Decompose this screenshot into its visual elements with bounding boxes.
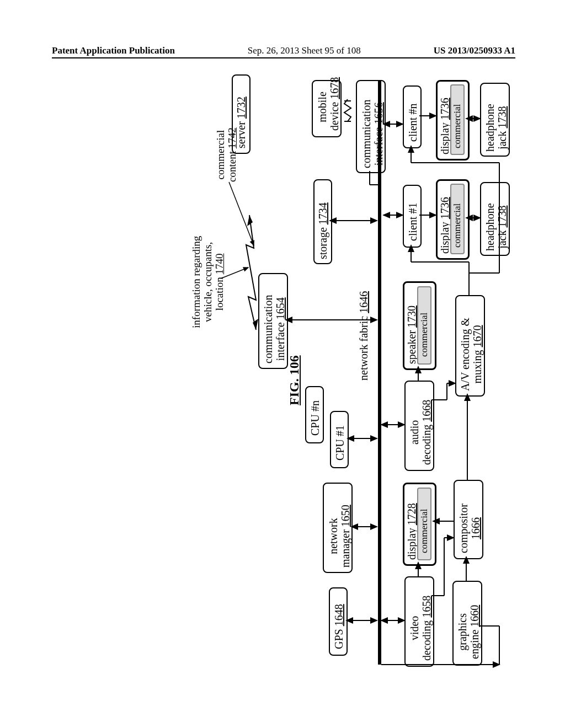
svg-line-14: [229, 182, 254, 245]
headphone-1-label: headphone jack 1738: [484, 203, 508, 251]
svg-marker-11: [253, 319, 258, 330]
display-1-commercial-label: commercial: [452, 204, 463, 248]
page-header: Patent Application Publication Sep. 26, …: [52, 45, 515, 58]
info-label: information regarding vehicle, occupants…: [191, 236, 226, 328]
av-encoding-label: A/V encoding & muxing 1670: [459, 318, 483, 391]
svg-line-8: [286, 221, 313, 320]
comm-interface-1654-label: communication interface 1654: [262, 295, 286, 363]
display-n-commercial-label: commercial: [452, 104, 463, 148]
commercial-content-label: commercial content 1742: [215, 127, 238, 182]
storage-label: storage 1734: [317, 202, 329, 259]
figure-area: server 1732 information regarding vehicl…: [50, 74, 519, 670]
client-n-label: client #n: [407, 104, 419, 142]
cpu-n-label: CPU #n: [309, 400, 321, 436]
graphics-engine-label: graphics engine 1660: [456, 605, 481, 659]
comm-interface-1656-label: communication interface 1656: [360, 100, 385, 168]
speaker-label: speaker 1730: [406, 306, 418, 364]
display-1-label: display 1736: [439, 197, 451, 254]
compositor-label: compositor 1666: [457, 504, 482, 553]
audio-decoding-label: audio decoding 1668: [408, 400, 433, 465]
gps-label: GPS 1648: [333, 604, 345, 649]
cpu-1-label: CPU #1: [334, 425, 346, 461]
network-fabric-label: network fabric 1646: [358, 291, 370, 381]
speaker-commercial-label: commercial: [419, 313, 430, 357]
header-publication: Patent Application Publication: [52, 45, 175, 56]
mobile-device-label: mobile device 1678: [316, 83, 340, 131]
display-n-label: display 1736: [439, 98, 451, 154]
header-sheet: Sep. 26, 2013 Sheet 95 of 108: [248, 45, 361, 56]
display-1728-label: display 1728: [406, 503, 418, 560]
network-manager-label: network manager 1650: [327, 505, 351, 568]
display-1728-commercial-label: commercial: [419, 509, 430, 553]
connectors: [50, 74, 519, 670]
page: Patent Application Publication Sep. 26, …: [0, 0, 565, 728]
header-pubnum: US 2013/0250933 A1: [434, 45, 515, 56]
headphone-n-label: headphone jack 1738: [484, 104, 508, 152]
client-1-label: client #1: [407, 203, 419, 241]
video-decoding-label: video decoding 1658: [408, 596, 433, 661]
figure-label: FIG. 106: [287, 355, 302, 405]
svg-marker-12: [247, 215, 253, 226]
